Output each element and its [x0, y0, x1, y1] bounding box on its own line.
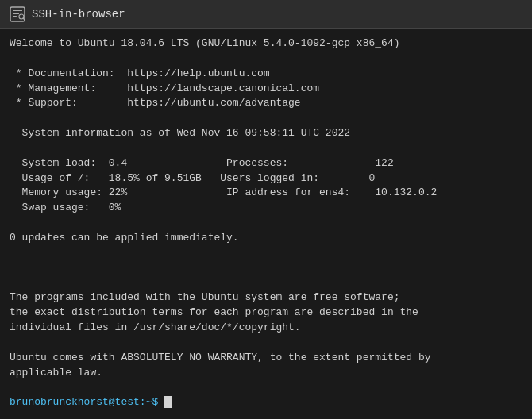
- terminal[interactable]: Welcome to Ubuntu 18.04.6 LTS (GNU/Linux…: [0, 29, 532, 419]
- cursor: [164, 396, 172, 408]
- svg-rect-3: [13, 16, 17, 17]
- title-bar: SSH-in-browser: [0, 0, 532, 29]
- svg-rect-1: [13, 10, 22, 11]
- window-title: SSH-in-browser: [32, 8, 125, 21]
- terminal-prompt: brunobrunckhorst@test:~$: [10, 396, 164, 408]
- ssh-icon: [10, 6, 25, 22]
- svg-rect-2: [13, 13, 19, 14]
